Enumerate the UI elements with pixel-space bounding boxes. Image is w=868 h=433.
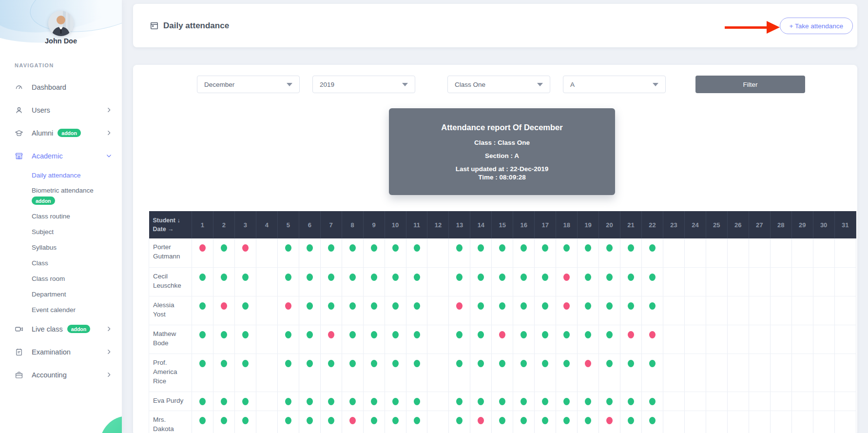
year-select[interactable]: 2019	[312, 76, 415, 93]
present-dot-icon	[221, 274, 227, 281]
present-dot-icon	[242, 417, 249, 424]
sidebar-subitem-syllabus[interactable]: Syllabus	[0, 239, 122, 255]
attendance-cell-day-30	[813, 267, 834, 296]
attendance-cell-day-2	[213, 392, 234, 411]
sidebar-item-dashboard[interactable]: Dashboard	[0, 76, 122, 98]
present-dot-icon	[371, 417, 377, 424]
present-dot-icon	[542, 398, 548, 405]
attendance-cell-day-4	[256, 411, 277, 433]
sidebar-subitem-class[interactable]: Class	[0, 255, 122, 271]
present-dot-icon	[606, 398, 613, 405]
attendance-cell-day-15	[492, 267, 513, 296]
attendance-cell-day-30	[813, 354, 834, 392]
present-dot-icon	[285, 398, 291, 405]
attendance-cell-day-16	[513, 267, 535, 296]
present-dot-icon	[349, 360, 356, 367]
day-header-4: 4	[256, 211, 277, 238]
present-dot-icon	[242, 360, 249, 367]
present-dot-icon	[307, 360, 313, 367]
day-header-14: 14	[470, 211, 492, 238]
attendance-cell-day-2	[213, 296, 234, 325]
day-header-30: 30	[813, 211, 834, 238]
attendance-cell-day-16	[513, 392, 535, 411]
present-dot-icon	[649, 274, 656, 281]
present-dot-icon	[478, 302, 484, 310]
present-dot-icon	[221, 398, 227, 405]
sidebar-item-academic[interactable]: Academic	[0, 144, 122, 167]
attendance-cell-day-16	[513, 238, 535, 267]
attendance-cell-day-7	[320, 296, 342, 325]
avatar-image	[48, 11, 74, 36]
student-name: Mathew Bode	[149, 325, 192, 354]
chevron-down-icon	[402, 83, 408, 86]
present-dot-icon	[521, 244, 527, 252]
attendance-cell-day-25	[706, 325, 727, 354]
present-dot-icon	[414, 417, 420, 424]
month-select[interactable]: December	[197, 76, 300, 93]
attendance-cell-day-8	[342, 411, 363, 433]
attendance-cell-day-29	[791, 238, 813, 267]
section-select[interactable]: A	[563, 76, 666, 93]
student-name: Eva Purdy	[149, 392, 192, 411]
class-select[interactable]: Class One	[447, 76, 550, 93]
attendance-cell-day-20	[599, 392, 620, 411]
present-dot-icon	[456, 331, 463, 338]
sidebar-item-live-class[interactable]: Live classaddon	[0, 317, 122, 340]
day-header-31: 31	[834, 211, 856, 238]
present-dot-icon	[606, 360, 613, 367]
sidebar-item-users[interactable]: Users	[0, 98, 122, 121]
annotation-arrow-icon	[725, 26, 768, 29]
attendance-cell-day-10	[385, 411, 406, 433]
report-class: Class : Class One	[389, 139, 615, 146]
sidebar-item-examination[interactable]: Examination	[0, 340, 122, 363]
avatar[interactable]	[48, 11, 74, 36]
present-dot-icon	[221, 360, 227, 367]
attendance-cell-day-31	[834, 392, 856, 411]
day-header-3: 3	[234, 211, 256, 238]
chevron-right-icon	[106, 349, 112, 355]
day-header-29: 29	[791, 211, 813, 238]
present-dot-icon	[628, 398, 634, 405]
present-dot-icon	[649, 302, 656, 310]
absent-dot-icon	[285, 302, 291, 310]
take-attendance-button[interactable]: + Take attendance	[780, 18, 853, 34]
attendance-cell-day-2	[213, 267, 234, 296]
attendance-cell-day-20	[599, 325, 620, 354]
sidebar-subitem-department[interactable]: Department	[0, 286, 122, 302]
attendance-cell-day-29	[791, 411, 813, 433]
present-dot-icon	[542, 274, 548, 281]
attendance-cell-day-13	[449, 392, 470, 411]
present-dot-icon	[478, 244, 484, 252]
sidebar-subitem-subject[interactable]: Subject	[0, 224, 122, 239]
sidebar-subitem-class-routine[interactable]: Class routine	[0, 208, 122, 224]
attendance-cell-day-28	[770, 296, 791, 325]
attendance-cell-day-3	[234, 354, 256, 392]
sidebar-subitem-biometric-attendance[interactable]: Biometric attendanceaddon	[0, 183, 122, 208]
addon-badge: addon	[58, 129, 81, 137]
attendance-cell-day-5	[277, 267, 299, 296]
attendance-cell-day-28	[770, 238, 791, 267]
sidebar-item-accounting[interactable]: Accounting	[0, 363, 122, 386]
floating-action-button[interactable]	[100, 416, 122, 433]
attendance-cell-day-16	[513, 354, 535, 392]
attendance-cell-day-24	[684, 325, 706, 354]
attendance-cell-day-14	[470, 267, 492, 296]
sidebar-item-alumni[interactable]: Alumniaddon	[0, 121, 122, 144]
present-dot-icon	[414, 398, 420, 405]
present-dot-icon	[499, 274, 505, 281]
attendance-cell-day-31	[834, 296, 856, 325]
attendance-cell-day-25	[706, 296, 727, 325]
attendance-cell-day-25	[706, 411, 727, 433]
attendance-cell-day-1	[192, 296, 213, 325]
attendance-cell-day-4	[256, 354, 277, 392]
filter-button[interactable]: Filter	[695, 76, 805, 93]
student-name: Mrs. Dakota	[149, 411, 192, 433]
sidebar-subitem-event-calender[interactable]: Event calender	[0, 302, 122, 317]
sidebar-subitem-class-room[interactable]: Class room	[0, 271, 122, 286]
present-dot-icon	[542, 302, 548, 310]
present-dot-icon	[414, 302, 420, 310]
sidebar-subitem-daily-attendance[interactable]: Daily attendance	[0, 167, 122, 183]
present-dot-icon	[349, 302, 356, 310]
attendance-cell-day-24	[684, 411, 706, 433]
attendance-cell-day-24	[684, 296, 706, 325]
